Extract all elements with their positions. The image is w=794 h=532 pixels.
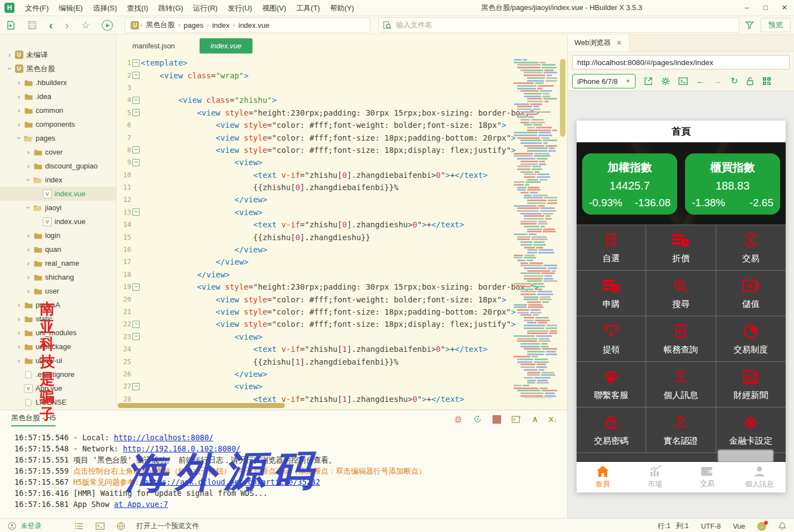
tree-item-uni_modules[interactable]: ›uni_modules (0, 326, 116, 340)
nav-back-icon[interactable]: ← (696, 77, 705, 86)
tree-item-components[interactable]: ›components (0, 117, 116, 131)
menu-item[interactable]: 发行(U) (222, 4, 257, 12)
index-card-櫃買指數[interactable]: 櫃買指數188.83-1.38%-2.65 (685, 153, 780, 215)
update-download-icon[interactable]: ↓ (757, 522, 766, 531)
run-button[interactable]: ▶ (102, 20, 113, 31)
url-input[interactable]: http://localhost:8080/#/pages/index/inde… (572, 55, 790, 69)
tree-item-App.vue[interactable]: VApp.vue (0, 381, 116, 395)
preview-button[interactable]: 预览 (761, 18, 791, 32)
restart-icon[interactable] (473, 415, 482, 424)
nav-forward-icon[interactable]: → (713, 77, 722, 86)
tree-item-未编译[interactable]: ›U未编译 (0, 48, 116, 62)
code-editor[interactable]: manifest.jsonindex.vue 1−<template>2− <v… (117, 34, 567, 410)
app-menu-提領[interactable]: 提領 (577, 316, 646, 362)
tree-item-real_name[interactable]: ›real_name (0, 256, 116, 270)
app-menu-自選[interactable]: 自選 (577, 225, 646, 271)
floating-banner[interactable] (718, 450, 773, 462)
tree-item-discount_gupiao[interactable]: ›discount_gupiao (0, 159, 116, 173)
tree-item-cover[interactable]: ›cover (0, 145, 116, 159)
open-external-icon[interactable] (644, 77, 653, 86)
forward-button[interactable]: › (65, 20, 69, 30)
tree-item-index.vue[interactable]: Vindex.vue (0, 187, 116, 201)
refresh-icon[interactable]: ↻ (731, 77, 738, 86)
tree-item-quan[interactable]: ›quan (0, 242, 116, 256)
menu-item[interactable]: 帮助(Y) (325, 4, 359, 12)
tree-item-uview-ui[interactable]: ›uview-ui (0, 354, 116, 367)
login-status[interactable]: 未登录 (21, 521, 42, 531)
tree-item-.eslintignore[interactable]: .eslintignore (0, 367, 116, 381)
device-selector[interactable]: iPhone 6/7/8 ▼ (572, 74, 636, 88)
breadcrumb-item[interactable]: index.vue (236, 21, 272, 29)
minimap[interactable] (514, 59, 557, 398)
app-menu-折價[interactable]: 折價 (646, 225, 716, 271)
app-menu-實名認證[interactable]: 實名認證 (646, 407, 716, 453)
filter-funnel-icon[interactable] (745, 21, 754, 29)
tree-item-index.vue[interactable]: Vindex.vue (0, 215, 116, 228)
account-icon[interactable] (8, 522, 16, 530)
tree-item-.hbuilderx[interactable]: ›.hbuilderx (0, 76, 116, 90)
app-tab-首頁[interactable]: 首頁 (577, 462, 629, 493)
fold-marker[interactable]: − (131, 208, 141, 216)
tree-item-LICENSE[interactable]: LICENSE (0, 395, 116, 409)
app-menu-財經新聞[interactable]: 財經新聞 (716, 362, 786, 407)
menu-item[interactable]: 视图(V) (257, 4, 291, 12)
fold-marker[interactable]: − (131, 159, 141, 166)
minimize-button[interactable]: – (737, 0, 756, 15)
app-menu-金融卡設定[interactable]: 金融卡設定 (716, 407, 786, 453)
app-menu-搜尋[interactable]: 搜尋 (646, 271, 716, 316)
fold-marker[interactable]: − (131, 59, 141, 67)
menu-item[interactable]: 工具(T) (291, 4, 325, 12)
breadcrumb-item[interactable]: pages (181, 21, 205, 29)
collapse-panel-icon[interactable]: ∧ (532, 414, 538, 424)
fold-marker[interactable]: − (131, 109, 141, 116)
devtools-console-icon[interactable] (678, 77, 688, 85)
outline-list-icon[interactable] (75, 523, 83, 530)
notification-bell-icon[interactable] (778, 522, 786, 530)
console-link[interactable]: at App.vue:7 (114, 500, 168, 509)
menu-item[interactable]: 运行(R) (188, 4, 222, 12)
new-console-icon[interactable] (512, 415, 522, 424)
maximize-button[interactable]: □ (756, 0, 775, 15)
stop-icon[interactable] (493, 415, 501, 424)
code-lines[interactable]: 1−<template>2− <view class="wrap">34− <v… (117, 57, 567, 405)
app-menu-交易密碼[interactable]: 交易密碼 (577, 407, 646, 453)
app-menu-個人訊息[interactable]: 個人訊息 (646, 362, 716, 407)
tree-item-pagesA[interactable]: ›pagesA (0, 298, 116, 312)
close-button[interactable]: ✕ (775, 0, 794, 15)
language-mode[interactable]: Vue (733, 523, 745, 530)
fold-marker[interactable]: − (131, 383, 141, 390)
fold-marker[interactable]: − (131, 72, 141, 79)
tree-item-index[interactable]: ›index (0, 173, 116, 187)
settings-gear-icon[interactable] (661, 77, 670, 86)
tree-item-static[interactable]: ›static (0, 312, 116, 326)
app-menu-聯繫客服[interactable]: 聯繫客服 (577, 362, 646, 407)
console-link[interactable]: http://localhost:8080/ (114, 433, 214, 442)
console-tab[interactable]: 黑色台股 - H5 (11, 413, 56, 426)
app-tab-市場[interactable]: 市場 (629, 462, 681, 493)
web-browser-tab[interactable]: Web浏览器 ✕ (568, 34, 629, 51)
tree-item-.idea[interactable]: ›.idea (0, 90, 116, 103)
tree-item-黑色台股[interactable]: ›U黑色台股 (0, 62, 116, 76)
tree-item-unpackage[interactable]: ›unpackage (0, 340, 116, 354)
tree-item-pages[interactable]: ›pages (0, 131, 116, 145)
new-file-button[interactable] (6, 21, 16, 30)
web-globe-icon[interactable] (117, 522, 125, 530)
app-menu-交易[interactable]: 交易 (716, 225, 786, 271)
app-menu-交易制度[interactable]: 交易制度 (716, 316, 786, 362)
app-tab-交易[interactable]: 交易 (681, 462, 733, 493)
fold-marker[interactable]: − (131, 333, 141, 340)
app-menu-申購[interactable]: 申購 (577, 271, 646, 316)
clear-console-icon[interactable]: X↓ (549, 415, 557, 424)
index-card-加權指數[interactable]: 加權指數14425.7-0.93%-136.08 (582, 153, 677, 215)
fold-marker[interactable]: − (131, 284, 141, 291)
horizontal-scrollbar[interactable] (118, 403, 285, 408)
menu-item[interactable]: 文件(F) (20, 4, 54, 12)
vertical-scrollbar[interactable] (560, 59, 565, 137)
bookmark-star-icon[interactable]: ☆ (81, 19, 90, 31)
debug-bug-icon[interactable] (454, 415, 463, 424)
open-last-preview[interactable]: 打开上一个预览文件 (137, 521, 200, 531)
fold-marker[interactable]: − (131, 97, 141, 104)
menu-item[interactable]: 查找(I) (122, 4, 153, 12)
editor-tab-index.vue[interactable]: index.vue (200, 38, 253, 53)
console-link[interactable]: https://ask.dcloud.net.cn/article/35232 (144, 478, 320, 486)
